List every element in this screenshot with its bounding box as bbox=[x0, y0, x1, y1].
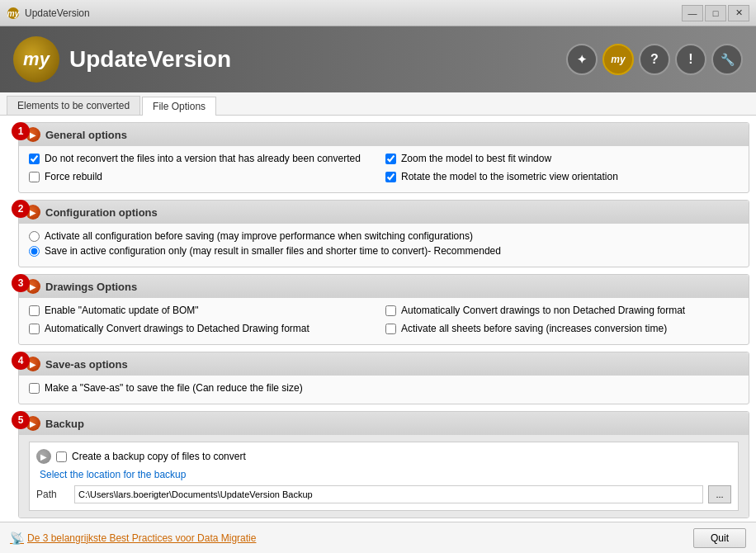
section-drawings-title: Drawings Options bbox=[45, 281, 137, 293]
app-icon: my bbox=[7, 7, 20, 20]
section-drawings: ▶ Drawings Options Enable "Automatic upd… bbox=[18, 274, 749, 345]
radio-save-active: Save in active configuration only (may r… bbox=[29, 245, 739, 257]
tab-bar: Elements to be converted File Options bbox=[0, 92, 756, 116]
section-general-body: Do not reconvert the files into a versio… bbox=[19, 146, 749, 192]
section-general-title: General options bbox=[45, 129, 127, 141]
step-badge-3: 3 bbox=[12, 274, 30, 292]
info-icon-btn[interactable]: ! bbox=[675, 44, 706, 75]
step-badge-1: 1 bbox=[12, 122, 30, 140]
checkbox-force-rebuild[interactable] bbox=[29, 172, 40, 182]
option-auto-non-detached: Automatically Convert drawings to non De… bbox=[385, 305, 739, 316]
section-backup-title: Backup bbox=[45, 418, 84, 430]
section-drawings-body: Enable "Automatic update of BOM" Automat… bbox=[19, 298, 749, 344]
window-controls: — □ ✕ bbox=[682, 5, 749, 21]
label-zoom-best-fit: Zoom the model to best fit window bbox=[401, 153, 551, 164]
option-make-saveas: Make a "Save-as" to save the file (Can r… bbox=[29, 382, 739, 394]
section-backup: ▶ Backup ▶ Create a backup copy of files… bbox=[18, 411, 749, 518]
section-saveas-title: Save-as options bbox=[45, 358, 128, 371]
label-auto-detached: Automatically Convert drawings to Detach… bbox=[45, 323, 309, 334]
tab-elements[interactable]: Elements to be converted bbox=[7, 96, 140, 115]
checkbox-no-reconvert[interactable] bbox=[29, 154, 40, 164]
checkbox-rotate-isometric[interactable] bbox=[385, 172, 396, 182]
minimize-button[interactable]: — bbox=[682, 5, 703, 21]
window-title: UpdateVersion bbox=[25, 7, 682, 19]
section-backup-header: ▶ Backup bbox=[19, 412, 749, 435]
section-general: ▶ General options Do not reconvert the f… bbox=[18, 122, 749, 193]
maximize-button[interactable]: □ bbox=[705, 5, 726, 21]
radio-input-save-active[interactable] bbox=[29, 246, 40, 257]
section-config-wrapper: 2 ▶ Configuration options Activate all c… bbox=[18, 200, 749, 267]
label-auto-non-detached: Automatically Convert drawings to non De… bbox=[401, 305, 685, 316]
label-save-active: Save in active configuration only (may r… bbox=[45, 245, 501, 257]
backup-inner: ▶ Create a backup copy of files to conve… bbox=[29, 442, 739, 511]
section-backup-wrapper: 5 ▶ Backup ▶ Create a backup copy of fil… bbox=[18, 411, 749, 518]
backup-location-label: Select the location for the backup bbox=[40, 469, 731, 480]
checkbox-make-saveas[interactable] bbox=[29, 383, 40, 394]
option-force-rebuild: Force rebuild bbox=[29, 171, 382, 182]
rss-icon: 📡 bbox=[10, 532, 24, 545]
option-auto-bom: Enable "Automatic update of BOM" bbox=[29, 305, 382, 316]
section-general-header: ▶ General options bbox=[19, 123, 749, 146]
footer-link[interactable]: 📡 De 3 belangrijkste Best Practices voor… bbox=[10, 532, 256, 545]
step-badge-5: 5 bbox=[12, 411, 30, 429]
radio-input-activate-all[interactable] bbox=[29, 231, 40, 242]
label-activate-sheets: Activate all sheets before saving (incre… bbox=[401, 323, 667, 334]
path-browse-button[interactable]: ... bbox=[708, 485, 731, 503]
radio-activate-all: Activate all configuration before saving… bbox=[29, 230, 739, 242]
checkbox-auto-non-detached[interactable] bbox=[385, 305, 396, 316]
app-logo: my bbox=[13, 36, 59, 83]
app-header: my UpdateVersion ✦ my ? ! 🔧 bbox=[0, 26, 756, 92]
option-activate-sheets: Activate all sheets before saving (incre… bbox=[385, 323, 739, 334]
section-config-header: ▶ Configuration options bbox=[19, 201, 749, 224]
drawings-options-grid: Enable "Automatic update of BOM" Automat… bbox=[29, 305, 739, 338]
section-config: ▶ Configuration options Activate all con… bbox=[18, 200, 749, 267]
checkbox-auto-detached[interactable] bbox=[29, 324, 40, 334]
step-badge-4: 4 bbox=[12, 352, 30, 370]
tab-file-options[interactable]: File Options bbox=[142, 97, 216, 116]
my-icon-btn[interactable]: my bbox=[602, 44, 634, 75]
checkbox-activate-sheets[interactable] bbox=[385, 324, 396, 334]
option-no-reconvert: Do not reconvert the files into a versio… bbox=[29, 153, 382, 164]
svg-text:my: my bbox=[7, 9, 20, 18]
section-config-body: Activate all configuration before saving… bbox=[19, 224, 749, 267]
footer: 📡 De 3 belangrijkste Best Practices voor… bbox=[0, 522, 756, 553]
section-general-wrapper: 1 ▶ General options Do not reconvert the… bbox=[18, 122, 749, 193]
settings-icon-btn[interactable]: 🔧 bbox=[711, 44, 743, 75]
section-drawings-header: ▶ Drawings Options bbox=[19, 275, 749, 298]
app-title: UpdateVersion bbox=[69, 46, 566, 73]
label-rotate-isometric: Rotate the model to the isometric view o… bbox=[401, 171, 618, 182]
section-saveas-wrapper: 4 ▶ Save-as options Make a "Save-as" to … bbox=[18, 352, 749, 404]
label-auto-bom: Enable "Automatic update of BOM" bbox=[45, 305, 199, 316]
section-saveas: ▶ Save-as options Make a "Save-as" to sa… bbox=[18, 352, 749, 404]
checkbox-zoom-best-fit[interactable] bbox=[385, 154, 396, 164]
footer-link-text: De 3 belangrijkste Best Practices voor D… bbox=[27, 532, 256, 544]
close-button[interactable]: ✕ bbox=[728, 5, 749, 21]
path-label: Path bbox=[36, 489, 69, 500]
label-no-reconvert: Do not reconvert the files into a versio… bbox=[45, 153, 361, 164]
label-backup: Create a backup copy of files to convert bbox=[72, 451, 246, 462]
section-config-title: Configuration options bbox=[45, 206, 158, 219]
section-saveas-header: ▶ Save-as options bbox=[19, 352, 749, 376]
section-drawings-wrapper: 3 ▶ Drawings Options Enable "Automatic u… bbox=[18, 274, 749, 345]
quit-button[interactable]: Quit bbox=[693, 528, 746, 548]
backup-header-row: ▶ Create a backup copy of files to conve… bbox=[36, 449, 731, 464]
main-content: 1 ▶ General options Do not reconvert the… bbox=[0, 116, 756, 522]
option-zoom-best-fit: Zoom the model to best fit window bbox=[385, 153, 739, 164]
section-saveas-body: Make a "Save-as" to save the file (Can r… bbox=[19, 376, 749, 404]
label-activate-all: Activate all configuration before saving… bbox=[45, 230, 473, 242]
help-icon-btn[interactable]: ? bbox=[639, 44, 670, 75]
backup-toggle-icon[interactable]: ▶ bbox=[36, 449, 51, 464]
path-input[interactable] bbox=[74, 485, 703, 503]
path-row: Path ... bbox=[36, 485, 731, 503]
section-backup-body: ▶ Create a backup copy of files to conve… bbox=[19, 435, 749, 518]
header-icons: ✦ my ? ! 🔧 bbox=[566, 44, 743, 75]
option-rotate-isometric: Rotate the model to the isometric view o… bbox=[385, 171, 739, 182]
label-make-saveas: Make a "Save-as" to save the file (Can r… bbox=[45, 382, 303, 394]
step-badge-2: 2 bbox=[12, 200, 30, 218]
label-force-rebuild: Force rebuild bbox=[45, 171, 102, 182]
general-options-grid: Do not reconvert the files into a versio… bbox=[29, 153, 739, 186]
title-bar: my UpdateVersion — □ ✕ bbox=[0, 0, 756, 26]
checkbox-auto-bom[interactable] bbox=[29, 305, 40, 316]
star-icon-btn[interactable]: ✦ bbox=[566, 44, 598, 75]
checkbox-backup[interactable] bbox=[56, 451, 67, 462]
